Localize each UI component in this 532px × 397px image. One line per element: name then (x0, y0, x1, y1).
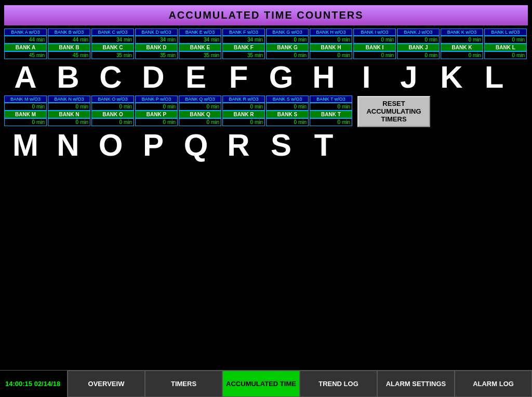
bank-unit-bankb: BANK B w/O3 44 min BANK B 45 min (48, 29, 90, 59)
bank-unit-banki: BANK I w/O3 0 min BANK I 0 min (353, 29, 396, 59)
reset-button[interactable]: RESET ACCUMULATING TIMERS (357, 96, 430, 127)
letter-m: M (4, 130, 47, 161)
bank-name-label: BANK N (48, 111, 90, 118)
bank-name-label: BANK L (484, 44, 527, 51)
letter-c: C (89, 62, 132, 93)
wo3-label: BANK H w/O3 (310, 29, 352, 36)
bank-row-2: BANK M w/O3 0 min BANK M 0 min BANK N w/… (4, 95, 352, 126)
bank-name-label: BANK J (397, 44, 440, 51)
bank-unit-bankl: BANK L w/O3 0 min BANK L 0 min (484, 29, 527, 59)
page-title: ACCUMULATED TIME COUNTERS (4, 9, 528, 21)
wo3-label: BANK E w/O3 (179, 29, 221, 36)
wo3-value: 0 min (441, 36, 483, 44)
bank-name-value: 0 min (484, 51, 527, 59)
wo3-label: BANK J w/O3 (397, 29, 440, 36)
wo3-label: BANK F w/O3 (222, 29, 265, 36)
bank-unit-bankk: BANK K w/O3 0 min BANK K 0 min (441, 29, 483, 59)
bank-name-value: 35 min (222, 51, 265, 59)
bank-unit-bankt: BANK T w/O3 0 min BANK T 0 min (310, 95, 352, 126)
wo3-value: 0 min (397, 36, 440, 44)
bank-unit-banko: BANK O w/O3 0 min BANK O 0 min (91, 95, 134, 126)
bank-name-label: BANK G (266, 44, 309, 51)
second-row-wrapper: BANK M w/O3 0 min BANK M 0 min BANK N w/… (4, 95, 528, 127)
bank-unit-bankq: BANK Q w/O3 0 min BANK Q 0 min (179, 95, 221, 126)
bank-name-value: 0 min (353, 51, 396, 59)
bank-name-value: 35 min (91, 51, 134, 59)
bank-name-label: BANK T (310, 111, 352, 118)
bank-name-label: BANK H (310, 44, 352, 51)
nav-alarm-log[interactable]: ALARM LOG (455, 371, 532, 397)
wo3-label: BANK B w/O3 (48, 29, 90, 36)
wo3-label: BANK Q w/O3 (179, 95, 221, 103)
wo3-label: BANK O w/O3 (91, 95, 134, 103)
wo3-label: BANK L w/O3 (484, 29, 527, 36)
datetime-display: 14:00:15 02/14/18 (0, 371, 68, 397)
wo3-label: BANK C w/O3 (91, 29, 134, 36)
wo3-label: BANK M w/O3 (4, 95, 47, 103)
wo3-value: 0 min (266, 103, 309, 111)
bank-name-value: 0 min (266, 118, 309, 126)
wo3-value: 0 min (222, 103, 265, 111)
letter-e: E (175, 62, 217, 93)
bank-unit-banke: BANK E w/O3 34 min BANK E 35 min (179, 29, 221, 59)
wo3-label: BANK R w/O3 (222, 95, 265, 103)
bank-unit-bankh: BANK H w/O3 0 min BANK H 0 min (310, 29, 352, 59)
letter-o: O (89, 130, 132, 161)
wo3-value: 0 min (135, 103, 178, 111)
wo3-value: 0 min (484, 36, 527, 44)
bank-name-label: BANK C (91, 44, 134, 51)
main-content: BANK A w/O3 44 min BANK A 45 min BANK B … (0, 29, 532, 161)
bank-name-value: 45 min (4, 51, 47, 59)
bank-unit-bankc: BANK C w/O3 34 min BANK C 35 min (91, 29, 134, 59)
bank-unit-banka: BANK A w/O3 44 min BANK A 45 min (4, 29, 47, 59)
bank-name-value: 45 min (48, 51, 90, 59)
bank-name-label: BANK P (135, 111, 178, 118)
letter-f: F (217, 62, 260, 93)
bank-unit-bankf: BANK F w/O3 34 min BANK F 35 min (222, 29, 265, 59)
bank-name-value: 0 min (4, 118, 47, 126)
letter-h: H (302, 62, 345, 93)
wo3-label: BANK K w/O3 (441, 29, 483, 36)
bank-name-value: 0 min (135, 118, 178, 126)
nav-timers[interactable]: TIMERS (145, 371, 222, 397)
bank-name-value: 0 min (441, 51, 483, 59)
bank-row-1: BANK A w/O3 44 min BANK A 45 min BANK B … (4, 29, 528, 59)
bank-name-value: 0 min (48, 118, 90, 126)
letter-j: J (388, 62, 430, 93)
bottom-nav: 14:00:15 02/14/18 OVERVEIW TIMERS ACCUMU… (0, 370, 532, 397)
bank-name-label: BANK I (353, 44, 396, 51)
bank-name-label: BANK R (222, 111, 265, 118)
wo3-value: 44 min (48, 36, 90, 44)
letter-t: T (302, 130, 345, 161)
letter-g: G (260, 62, 302, 93)
wo3-label: BANK A w/O3 (4, 29, 47, 36)
nav-accumulated[interactable]: ACCUMULATED TIME (222, 371, 300, 397)
bank-unit-bankd: BANK D w/O3 34 min BANK D 35 min (135, 29, 178, 59)
bank-name-value: 0 min (222, 118, 265, 126)
nav-trendlog[interactable]: TREND LOG (300, 371, 377, 397)
letter-n: N (47, 130, 89, 161)
letter-s: S (260, 130, 302, 161)
wo3-value: 44 min (4, 36, 47, 44)
wo3-label: BANK T w/O3 (310, 95, 352, 103)
bank-name-value: 0 min (266, 51, 309, 59)
bank-unit-bankr: BANK R w/O3 0 min BANK R 0 min (222, 95, 265, 126)
bank-name-label: BANK D (135, 44, 178, 51)
wo3-value: 0 min (91, 103, 134, 111)
bank-unit-bankj: BANK J w/O3 0 min BANK J 0 min (397, 29, 440, 59)
bank-name-label: BANK K (441, 44, 483, 51)
wo3-value: 0 min (353, 36, 396, 44)
wo3-value: 0 min (310, 103, 352, 111)
wo3-value: 0 min (4, 103, 47, 111)
wo3-label: BANK D w/O3 (135, 29, 178, 36)
wo3-value: 0 min (179, 103, 221, 111)
letter-b: B (47, 62, 89, 93)
bank-unit-bankm: BANK M w/O3 0 min BANK M 0 min (4, 95, 47, 126)
wo3-label: BANK N w/O3 (48, 95, 90, 103)
header-bar: ACCUMULATED TIME COUNTERS (4, 5, 528, 25)
letters-row-2: MNOPQRST (4, 130, 528, 161)
nav-alarm-settings[interactable]: ALARM SETTINGS (377, 371, 455, 397)
nav-overview[interactable]: OVERVEIW (68, 371, 145, 397)
wo3-label: BANK G w/O3 (266, 29, 309, 36)
bank-name-value: 0 min (91, 118, 134, 126)
